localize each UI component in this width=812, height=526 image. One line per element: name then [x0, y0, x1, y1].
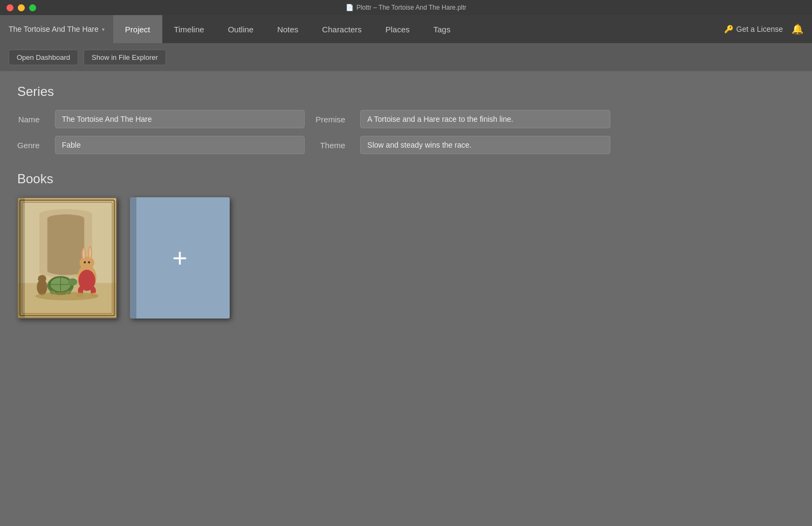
toolbar: Open Dashboard Show in File Explorer [0, 43, 812, 71]
name-label: Name [17, 115, 44, 124]
svg-point-14 [79, 257, 94, 269]
svg-point-18 [89, 247, 91, 258]
open-dashboard-button[interactable]: Open Dashboard [9, 50, 78, 65]
book-cover-illustration [18, 198, 116, 317]
theme-input[interactable] [360, 136, 610, 154]
genre-label: Genre [17, 141, 44, 150]
window-title: 📄 Plottr – The Tortoise And The Hare.plt… [346, 4, 466, 11]
titlebar: 📄 Plottr – The Tortoise And The Hare.plt… [0, 0, 812, 15]
book-card-1[interactable] [17, 197, 117, 319]
file-icon: 📄 [346, 4, 354, 11]
series-section-title: Series [17, 84, 795, 99]
premise-label: Premise [315, 115, 349, 124]
project-dropdown[interactable]: The Tortoise And The Hare ▾ [0, 15, 113, 43]
add-book-plus-icon: + [172, 245, 187, 271]
name-input[interactable] [55, 110, 305, 128]
svg-rect-3 [47, 214, 84, 275]
svg-point-10 [68, 278, 78, 286]
svg-point-28 [35, 292, 98, 301]
add-book-card[interactable]: + [130, 197, 230, 319]
tab-tags[interactable]: Tags [422, 15, 463, 43]
window-controls [6, 4, 36, 11]
nav-right: 🔑 Get a License 🔔 [724, 23, 803, 35]
show-in-file-explorer-button[interactable]: Show in File Explorer [84, 50, 166, 65]
tab-notes[interactable]: Notes [265, 15, 310, 43]
project-name: The Tortoise And The Hare [9, 25, 99, 33]
tab-places[interactable]: Places [374, 15, 422, 43]
chevron-down-icon: ▾ [102, 26, 105, 32]
maximize-button[interactable] [29, 4, 36, 11]
svg-point-19 [84, 261, 86, 264]
premise-input[interactable] [360, 110, 610, 128]
main-content: Series Name Premise Genre Theme Books [0, 71, 812, 526]
svg-point-16 [82, 249, 85, 259]
theme-label: Theme [315, 141, 349, 150]
svg-point-27 [38, 275, 46, 282]
genre-input[interactable] [55, 136, 305, 154]
books-grid: + [17, 197, 795, 319]
key-icon: 🔑 [724, 25, 733, 33]
nav-tabs: Project Timeline Outline Notes Character… [113, 15, 463, 43]
tab-characters[interactable]: Characters [310, 15, 373, 43]
notification-bell-icon[interactable]: 🔔 [792, 23, 803, 35]
books-section-title: Books [17, 171, 795, 186]
svg-point-20 [88, 261, 90, 264]
tab-timeline[interactable]: Timeline [162, 15, 216, 43]
book-cover-svg [18, 197, 116, 319]
tab-outline[interactable]: Outline [216, 15, 266, 43]
get-license-button[interactable]: 🔑 Get a License [724, 25, 783, 33]
close-button[interactable] [6, 4, 13, 11]
navbar: The Tortoise And The Hare ▾ Project Time… [0, 15, 812, 43]
minimize-button[interactable] [18, 4, 25, 11]
tab-project[interactable]: Project [113, 15, 162, 43]
series-form: Name Premise Genre Theme [17, 110, 610, 154]
